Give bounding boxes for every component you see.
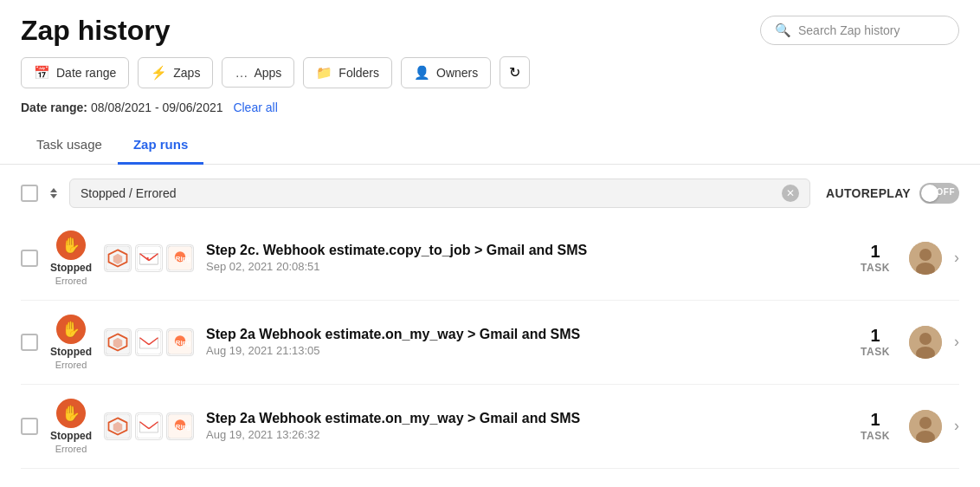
app-icons-3: Ring — [104, 412, 194, 440]
status-sublabel-3: Errored — [55, 444, 87, 454]
select-all-checkbox[interactable] — [21, 185, 38, 202]
person-icon: 👤 — [414, 65, 430, 81]
header: Zap history 🔍 Search Zap history — [0, 0, 980, 56]
gmail-svg: M — [137, 246, 161, 270]
zaps-filter[interactable]: ⚡ Zaps — [138, 57, 213, 88]
svg-point-12 — [919, 249, 932, 261]
tab-task-usage[interactable]: Task usage — [21, 128, 118, 165]
filter-tag-close-button[interactable]: ✕ — [782, 185, 799, 202]
apps-filter[interactable]: … Apps — [222, 57, 294, 88]
alloy-icon-1 — [104, 244, 132, 272]
sort-button[interactable] — [47, 186, 61, 200]
app-icons-2: Ring — [104, 328, 194, 356]
date-range-info: Date range: 08/08/2021 - 09/06/2021 Clea… — [0, 97, 980, 123]
status-badge-3: ✋ Stopped Errored — [50, 399, 92, 454]
filter-tag-text: Stopped / Errored — [81, 186, 177, 200]
table-controls: Stopped / Errored ✕ AUTOREPLAY OFF — [0, 165, 980, 217]
date-range-filter[interactable]: 📅 Date range — [21, 57, 129, 88]
row-checkbox-2[interactable] — [21, 334, 38, 351]
toggle-switch[interactable]: OFF — [919, 183, 959, 204]
task-count-1: 1 TASK — [854, 242, 897, 274]
alloy-svg-3 — [106, 414, 130, 438]
alloy-svg-2 — [106, 330, 130, 354]
folders-label: Folders — [338, 66, 379, 80]
svg-text:Ring: Ring — [176, 254, 191, 262]
refresh-button[interactable]: ↻ — [500, 56, 530, 88]
task-label-1: TASK — [861, 262, 890, 274]
refresh-icon: ↻ — [509, 64, 520, 81]
avatar-svg-2 — [909, 326, 942, 359]
autoreplay-label: AUTOREPLAY — [826, 186, 911, 200]
status-badge-2: ✋ Stopped Errored — [50, 315, 92, 370]
status-sublabel-1: Errored — [55, 276, 87, 286]
ring-icon-3: Ring — [166, 412, 194, 440]
ring-svg-2: Ring — [168, 330, 192, 354]
autoreplay-toggle[interactable]: OFF — [919, 183, 959, 204]
tab-zap-runs[interactable]: Zap runs — [118, 128, 203, 165]
page: Zap history 🔍 Search Zap history 📅 Date … — [0, 0, 980, 487]
filters-row: 📅 Date range ⚡ Zaps … Apps 📁 Folders 👤 O… — [0, 56, 980, 97]
avatar-svg-1 — [909, 242, 942, 275]
search-placeholder: Search Zap history — [798, 23, 900, 37]
chevron-right-3[interactable]: › — [954, 417, 959, 435]
row-checkbox-3[interactable] — [21, 418, 38, 435]
chevron-right-2[interactable]: › — [954, 333, 959, 351]
run-time-2: Aug 19, 2021 21:13:05 — [206, 344, 841, 357]
svg-point-24 — [919, 333, 932, 345]
sort-down-icon — [50, 194, 57, 198]
calendar-icon: 📅 — [34, 65, 50, 81]
chevron-right-1[interactable]: › — [954, 249, 959, 267]
run-info-2[interactable]: Step 2a Webhook estimate.on_my_way > Gma… — [206, 327, 841, 357]
status-sublabel-2: Errored — [55, 360, 87, 370]
stop-icon-3: ✋ — [56, 399, 86, 428]
avatar-svg-3 — [909, 410, 942, 443]
run-time-3: Aug 19, 2021 13:26:32 — [206, 428, 841, 441]
task-count-3: 1 TASK — [854, 410, 897, 442]
stop-icon-2: ✋ — [56, 315, 86, 344]
row-checkbox-1[interactable] — [21, 250, 38, 267]
app-icons-1: M Ring — [104, 244, 194, 272]
table-row: ✋ Stopped Errored — [21, 217, 959, 301]
grid-icon: … — [235, 65, 248, 80]
task-label-2: TASK — [861, 346, 890, 358]
date-range-label-text: Date range: — [21, 101, 87, 114]
ring-svg: Ring — [168, 246, 192, 270]
run-title-3: Step 2a Webhook estimate.on_my_way > Gma… — [206, 411, 841, 426]
runs-list: ✋ Stopped Errored — [0, 217, 980, 469]
zap-icon: ⚡ — [151, 65, 167, 81]
user-avatar-2 — [909, 326, 942, 359]
status-badge-1: ✋ Stopped Errored — [50, 231, 92, 286]
table-row: ✋ Stopped Errored — [21, 385, 959, 469]
svg-text:Ring: Ring — [176, 338, 191, 346]
folder-icon: 📁 — [316, 65, 332, 81]
toggle-off-label: OFF — [937, 187, 956, 197]
run-info-3[interactable]: Step 2a Webhook estimate.on_my_way > Gma… — [206, 411, 841, 441]
task-number-1: 1 — [870, 242, 880, 262]
search-icon: 🔍 — [775, 23, 791, 38]
task-number-2: 1 — [870, 326, 880, 346]
run-title-2: Step 2a Webhook estimate.on_my_way > Gma… — [206, 327, 841, 342]
gmail-icon-1: M — [135, 244, 163, 272]
status-label-1: Stopped — [50, 262, 92, 274]
task-number-3: 1 — [870, 410, 880, 430]
ring-icon-1: Ring — [166, 244, 194, 272]
run-info-1[interactable]: Step 2c. Webhook estimate.copy_to_job > … — [206, 243, 841, 273]
sort-up-icon — [50, 188, 57, 192]
run-time-1: Sep 02, 2021 20:08:51 — [206, 260, 841, 273]
user-avatar-3 — [909, 410, 942, 443]
ring-icon-2: Ring — [166, 328, 194, 356]
zaps-label: Zaps — [173, 66, 200, 80]
folders-filter[interactable]: 📁 Folders — [303, 57, 392, 88]
alloy-icon-2 — [104, 328, 132, 356]
gmail-svg-3 — [137, 414, 161, 438]
task-count-2: 1 TASK — [854, 326, 897, 358]
table-row: ✋ Stopped Errored — [21, 301, 959, 385]
owners-filter[interactable]: 👤 Owners — [401, 57, 491, 88]
run-title-1: Step 2c. Webhook estimate.copy_to_job > … — [206, 243, 841, 258]
search-box[interactable]: 🔍 Search Zap history — [760, 16, 959, 45]
svg-text:Ring: Ring — [176, 422, 191, 430]
apps-label: Apps — [254, 66, 281, 80]
status-label-2: Stopped — [50, 346, 92, 358]
ring-svg-3: Ring — [168, 414, 192, 438]
clear-all-button[interactable]: Clear all — [233, 101, 277, 114]
